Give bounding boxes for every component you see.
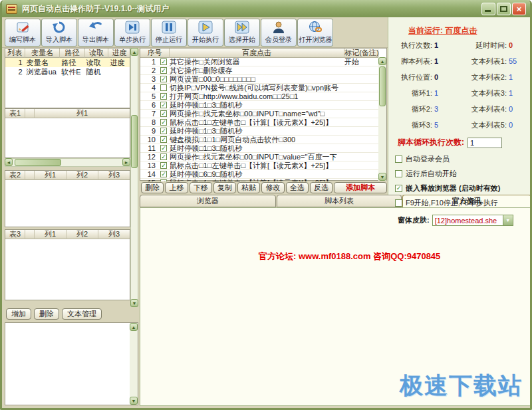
column-header[interactable]: 列表 xyxy=(5,49,25,58)
scroll-up-icon[interactable]: ▲ xyxy=(378,57,386,65)
move-up-button[interactable]: 上移 xyxy=(165,182,188,193)
column-header[interactable]: 列1 xyxy=(35,171,66,180)
select-start-button[interactable]: 选择开始 xyxy=(224,19,260,47)
index-column-header[interactable]: 序号 xyxy=(140,49,170,58)
column-header[interactable]: 列1 xyxy=(35,230,66,239)
copy-button[interactable]: 复制 xyxy=(213,182,236,193)
script-step-row[interactable]: 2 其它操作□删除缓存 xyxy=(140,66,386,75)
checkbox-icon[interactable] xyxy=(395,170,402,177)
mark-column-header[interactable]: 标记(备注) xyxy=(344,49,379,58)
variable-row[interactable]: 2 浏览器ua 软件E 随机 xyxy=(5,67,130,76)
script-step-row[interactable]: 11 延时停顿□1□3□随机秒 xyxy=(140,144,386,153)
script-step-row[interactable]: 1 其它操作□关闭浏览器 开始 xyxy=(140,58,386,66)
table1-name[interactable]: 表1 xyxy=(5,109,25,118)
scroll-down-icon[interactable]: ▼ xyxy=(378,173,386,181)
script-step-row[interactable]: 6 延时停顿□1□3□随机秒 xyxy=(140,101,386,110)
column-header[interactable]: 读取 xyxy=(85,49,109,58)
script-step-row[interactable]: 15 鼠标点击□1□左键单击□【计算[【读元素X】+25]】 xyxy=(140,179,386,181)
modify-button[interactable]: 修改 xyxy=(261,182,284,193)
script-step-row[interactable]: 7 网页操作□找元素坐标□00□INPUT□name="wd"□ xyxy=(140,110,386,118)
column-header[interactable]: 列3 xyxy=(98,230,130,239)
option-checkbox[interactable]: 嵌入释放浏览器 (启动时有效) xyxy=(395,183,532,193)
step-checkbox[interactable] xyxy=(160,102,167,108)
skin-select[interactable]: [12]homestead.she ▼ xyxy=(432,215,513,226)
step-checkbox[interactable] xyxy=(160,171,167,177)
add-script-button[interactable]: 添加脚本 xyxy=(334,182,387,193)
column-header[interactable]: 路径 xyxy=(60,49,85,58)
single-step-button[interactable]: 单步执行 xyxy=(114,19,150,47)
textarea-scrollbar[interactable]: ▲ ▼ xyxy=(130,323,138,405)
option-checkbox[interactable]: F9开始,F10停止,F8单步执行 xyxy=(395,198,532,208)
variable-row[interactable]: 1 变量名 路径 读取 进度 xyxy=(5,58,130,67)
step-checkbox[interactable] xyxy=(160,67,167,74)
option-checkbox[interactable]: 运行后自动开始 xyxy=(395,169,532,179)
move-down-button[interactable]: 下移 xyxy=(190,182,212,193)
delete-step-button[interactable]: 删除 xyxy=(141,182,164,193)
script-step-row[interactable]: 4 切换IP□VPN拨号□线路(可以填写列表变量)□vpn账号 xyxy=(140,84,386,92)
select-all-button[interactable]: 全选 xyxy=(286,182,309,193)
paste-button[interactable]: 粘贴 xyxy=(237,182,260,193)
scroll-up-icon[interactable]: ▲ xyxy=(130,48,138,56)
script-step-row[interactable]: 8 鼠标点击□1□左键单击□【计算[【读元素X】+25]】 xyxy=(140,118,386,127)
script-step-row[interactable]: 10 键盘模拟□1□1□网页自动点击软件□300 xyxy=(140,136,386,144)
stop-run-button[interactable]: 停止运行 xyxy=(151,19,187,47)
script-name-column-header[interactable]: 百度点击 xyxy=(170,49,344,58)
left-vertical-scrollbar[interactable]: ▲ ▼ xyxy=(130,48,138,307)
checkbox-icon[interactable] xyxy=(395,199,402,207)
script-step-row[interactable]: 14 延时停顿□6□9□随机秒 xyxy=(140,170,386,179)
step-checkbox[interactable] xyxy=(160,154,167,160)
chevron-down-icon[interactable]: ▼ xyxy=(503,215,513,225)
text-list-area[interactable]: ▲ ▼ xyxy=(5,322,138,405)
script-step-row[interactable]: 5 打开网页□http://www.baidu.com□□25□1 xyxy=(140,92,386,101)
column-header[interactable] xyxy=(25,230,35,239)
step-checkbox[interactable] xyxy=(160,84,167,91)
current-run-link[interactable]: 当前运行: 百度点击 xyxy=(408,25,532,37)
step-checkbox[interactable] xyxy=(160,162,167,169)
tab-browser[interactable]: 浏览器 xyxy=(140,195,276,207)
script-step-row[interactable]: 3 网页设置□00□0□□□□□□□□ xyxy=(140,75,386,84)
step-checkbox[interactable] xyxy=(160,145,167,152)
loop-count-input[interactable] xyxy=(467,138,502,148)
step-checkbox[interactable] xyxy=(160,76,167,82)
script-step-row[interactable]: 12 网页操作□找元素坐标□00□INPUT□value="百度一下 xyxy=(140,153,386,161)
text-manage-button[interactable]: 文本管理 xyxy=(62,308,102,320)
scrollbar-thumb[interactable] xyxy=(15,159,61,166)
column-header[interactable] xyxy=(25,171,35,180)
scroll-down-icon[interactable]: ▼ xyxy=(130,299,138,307)
step-checkbox[interactable] xyxy=(160,136,167,143)
scroll-right-icon[interactable]: ► xyxy=(122,158,130,166)
script-table-scrollbar[interactable]: ▲ ▼ xyxy=(378,57,386,181)
script-step-row[interactable]: 9 延时停顿□1□3□随机秒 xyxy=(140,127,386,136)
minimize-button[interactable] xyxy=(481,3,495,15)
option-checkbox[interactable]: 自动登录会员 xyxy=(395,154,532,164)
step-checkbox[interactable] xyxy=(160,110,167,117)
column-header[interactable]: 变量名 xyxy=(25,49,60,58)
member-login-button[interactable]: 会员登录 xyxy=(261,19,297,47)
column-header[interactable]: 列1 xyxy=(35,109,130,118)
scroll-down-icon[interactable]: ▼ xyxy=(130,397,138,405)
add-button[interactable]: 增加 xyxy=(6,308,31,320)
export-script-button[interactable]: 导出脚本 xyxy=(78,19,114,47)
close-button[interactable]: × xyxy=(512,3,526,15)
step-checkbox[interactable] xyxy=(160,179,167,181)
step-checkbox[interactable] xyxy=(160,93,167,100)
scrollbar-thumb[interactable] xyxy=(379,66,386,106)
column-header[interactable]: 进度 xyxy=(108,49,130,58)
step-checkbox[interactable] xyxy=(160,119,167,126)
invert-selection-button[interactable]: 反选 xyxy=(310,182,332,193)
step-checkbox[interactable] xyxy=(160,58,167,65)
write-script-button[interactable]: 编写脚本 xyxy=(5,19,41,47)
column-header[interactable] xyxy=(25,109,35,118)
import-script-button[interactable]: 导入脚本 xyxy=(41,19,77,47)
start-run-button[interactable]: 开始执行 xyxy=(188,19,223,47)
scroll-up-icon[interactable]: ▲ xyxy=(130,323,138,331)
tab-script-list[interactable]: 脚本列表 xyxy=(277,195,402,207)
column-header[interactable]: 列2 xyxy=(66,230,98,239)
step-checkbox[interactable] xyxy=(160,128,167,134)
forum-contact-text[interactable]: 官方论坛: www.mf0188.com 咨询QQ:9470845 xyxy=(259,251,440,262)
checkbox-icon[interactable] xyxy=(395,155,402,163)
table1-horizontal-scrollbar[interactable]: ◄ ► xyxy=(5,158,130,167)
table2-name[interactable]: 表2 xyxy=(5,171,25,180)
checkbox-icon[interactable] xyxy=(395,185,402,192)
table3-name[interactable]: 表3 xyxy=(5,230,25,239)
